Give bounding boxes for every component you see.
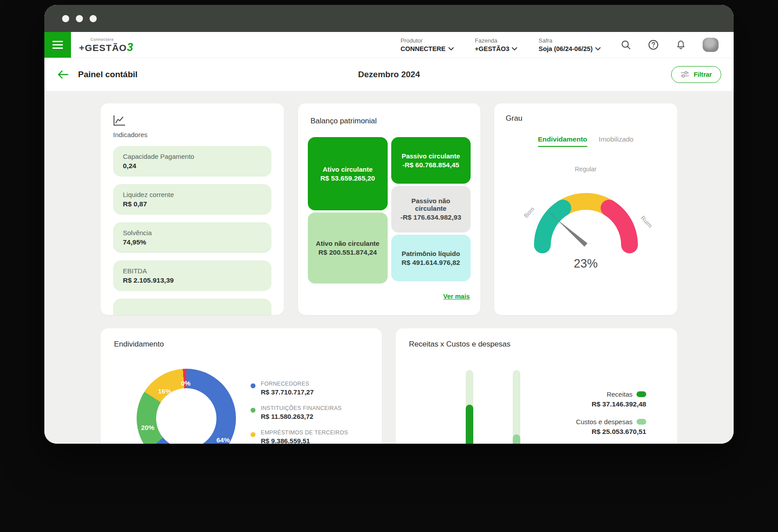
balance-box-value: -R$ 176.634.982,93 [401, 213, 461, 221]
balance-box-value: R$ 53.659.265,20 [320, 174, 375, 182]
legend-label: INSTITUIÇÕES FINANCEIRAS [261, 405, 342, 411]
balance-box-label: Patrimônio líquido [401, 250, 460, 257]
indicator-value: 74,95% [123, 238, 262, 246]
balance-box-passivo-circulante[interactable]: Passivo circulante -R$ 60.768.854,45 [391, 137, 471, 184]
revenue-title: Receitas x Custos e despesas [396, 328, 677, 349]
legend-label: FORNECEDORES [261, 381, 314, 387]
legend-dot [251, 408, 255, 413]
notifications-button[interactable] [675, 39, 687, 51]
donut-slice-label: 0% [181, 379, 191, 387]
selector-fazenda-value: +GESTÃO3 [475, 45, 518, 52]
selector-produtor-label: Produtor [401, 37, 454, 44]
tab-imobilizado[interactable]: Imobilizado [599, 135, 633, 147]
balance-box-label: Passivo não circulante [397, 197, 465, 212]
balance-box-value: R$ 491.614.976,82 [401, 259, 460, 267]
chevron-down-icon [595, 47, 601, 51]
legend-label: Custos e despesas [576, 418, 633, 426]
donut-slice-label: 64% [216, 436, 230, 444]
legend-item: Custos e despesas R$ 25.053.670,51 [576, 418, 646, 436]
indicators-title: Indicadores [113, 131, 271, 138]
hamburger-icon [52, 40, 63, 49]
gauge-arc-ruim [609, 208, 629, 245]
gauge-label-regular: Regular [506, 166, 666, 173]
page-toolbar: Painel contábil Dezembro 2024 Filtrar [44, 58, 734, 91]
legend-value: R$ 37.710.717,27 [261, 388, 314, 396]
costs-bar-fill [513, 434, 520, 444]
balance-box-value: -R$ 60.768.854,45 [402, 161, 459, 169]
legend-item: FORNECEDORES R$ 37.710.717,27 [251, 381, 348, 396]
balance-box-label: Ativo não circulante [316, 240, 379, 247]
revenue-bar-fill [466, 405, 473, 444]
filter-button-label: Filtrar [694, 71, 712, 78]
window-control-close[interactable] [62, 15, 69, 22]
debt-card: Endividamento 0% 16% 20% 64% FORNECEDORE… [101, 328, 382, 444]
legend-pill [637, 391, 646, 397]
gauge-chart: Bom Ruim [511, 174, 661, 257]
context-selectors: Produtor CONNECTERE Fazenda +GESTÃO3 Saf… [401, 32, 601, 58]
legend-item: Receitas R$ 37.146.392,48 [576, 390, 646, 408]
grau-tabs: Endividamento Imobilizado [506, 135, 666, 147]
legend-value: R$ 11.580.263,72 [261, 413, 342, 420]
donut-slice-label: 20% [141, 424, 154, 431]
page-title: Painel contábil [78, 70, 138, 79]
grau-title: Grau [506, 114, 666, 123]
tab-endividamento[interactable]: Endividamento [538, 135, 587, 147]
legend-item: INSTITUIÇÕES FINANCEIRAS R$ 11.580.263,7… [251, 405, 348, 420]
line-chart-icon [113, 115, 126, 126]
legend-dot [251, 383, 255, 388]
ver-mais-link[interactable]: Ver mais [443, 293, 470, 300]
app-logo: Connectere +GESTÃO3 [79, 32, 134, 58]
indicator-item: Liquidez corrente R$ 0,87 [113, 184, 271, 215]
gauge-label-bom: Bom [523, 206, 536, 219]
balance-box-ativo-nao-circulante[interactable]: Ativo não circulante R$ 200.551.874,24 [308, 213, 388, 284]
indicator-item: Capacidade Pagamento 0,24 [113, 146, 271, 177]
selector-safra[interactable]: Safra Soja (06/24-06/25) [538, 37, 601, 52]
balance-box-patrimonio-liquido[interactable]: Patrimônio líquido R$ 491.614.976,82 [391, 235, 471, 281]
back-button[interactable] [57, 68, 69, 81]
indicator-label: Liquidez corrente [123, 191, 262, 198]
balance-box-ativo-circulante[interactable]: Ativo circulante R$ 53.659.265,20 [308, 137, 388, 210]
app-window: Connectere +GESTÃO3 Produtor CONNECTERE … [44, 5, 734, 444]
legend-label: Receitas [607, 390, 633, 398]
indicator-label: EBITDA [123, 267, 262, 275]
balance-box-passivo-nao-circulante[interactable]: Passivo não circulante -R$ 176.634.982,9… [391, 186, 471, 233]
selector-produtor-value: CONNECTERE [401, 45, 454, 52]
legend-pill [637, 419, 646, 425]
help-icon [648, 39, 659, 50]
balance-box-label: Ativo circulante [322, 166, 373, 173]
donut-hole [156, 388, 216, 444]
search-button[interactable] [620, 39, 632, 51]
debt-legend: FORNECEDORES R$ 37.710.717,27 INSTITUIÇÕ… [251, 381, 348, 444]
filter-button[interactable]: Filtrar [671, 66, 721, 83]
indicators-card: Indicadores Capacidade Pagamento 0,24 Li… [101, 103, 284, 315]
balance-box-value: R$ 200.551.874,24 [318, 248, 377, 256]
user-avatar[interactable] [703, 38, 719, 52]
indicator-label: Capacidade Pagamento [123, 153, 262, 160]
indicator-item-clipped [113, 299, 271, 315]
header-icons [620, 32, 719, 58]
back-arrow-icon [58, 70, 68, 79]
hamburger-menu-button[interactable] [44, 32, 71, 58]
gauge-value: 23% [506, 257, 666, 271]
grau-card: Grau Endividamento Imobilizado Regular B… [494, 103, 677, 315]
indicator-value: 0,24 [123, 162, 262, 170]
balance-card: Balanço patrimonial Ativo circulante R$ … [298, 103, 480, 315]
legend-value: R$ 25.053.670,51 [576, 428, 646, 436]
selector-produtor[interactable]: Produtor CONNECTERE [401, 37, 454, 52]
help-button[interactable] [648, 39, 659, 51]
window-control-maximize[interactable] [90, 15, 97, 22]
legend-value: R$ 9.386.559,51 [261, 437, 348, 444]
gauge-label-ruim: Ruim [639, 214, 653, 229]
dashboard-content: Indicadores Capacidade Pagamento 0,24 Li… [44, 91, 734, 444]
bell-icon [676, 39, 686, 50]
legend-value: R$ 37.146.392,48 [576, 400, 646, 408]
debt-donut-chart: 0% 16% 20% 64% [137, 369, 236, 444]
legend-label: EMPRÉSTIMOS DE TERCEIROS [261, 430, 348, 436]
selector-fazenda[interactable]: Fazenda +GESTÃO3 [475, 37, 518, 52]
window-control-minimize[interactable] [76, 15, 83, 22]
gauge-needle [556, 219, 587, 247]
logo-suffix: 3 [127, 41, 134, 53]
app-header: Connectere +GESTÃO3 Produtor CONNECTERE … [44, 32, 734, 58]
chevron-down-icon [448, 47, 454, 51]
balance-title: Balanço patrimonial [310, 117, 471, 126]
